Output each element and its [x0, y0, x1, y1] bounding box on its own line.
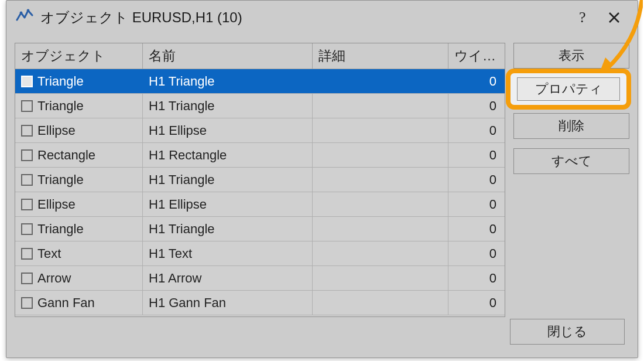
row-checkbox[interactable] — [21, 248, 33, 260]
object-label: Triangle — [37, 172, 84, 188]
object-label: Triangle — [37, 74, 84, 89]
cell-object: Text — [15, 241, 143, 265]
object-label: Arrow — [37, 271, 71, 286]
header-detail[interactable]: 詳細 — [313, 43, 448, 69]
show-button[interactable]: 表示 — [513, 43, 629, 69]
row-checkbox[interactable] — [21, 199, 33, 210]
cell-window: 0 — [448, 241, 505, 265]
object-label: Rectangle — [37, 148, 95, 163]
table-row[interactable]: EllipseH1 Ellipse0 — [15, 118, 505, 143]
row-checkbox[interactable] — [21, 174, 33, 186]
table-body: TriangleH1 Triangle0TriangleH1 Triangle0… — [15, 69, 505, 316]
cell-object: Triangle — [15, 94, 143, 118]
cell-window: 0 — [448, 266, 505, 290]
object-label: Triangle — [37, 98, 84, 114]
cell-name: H1 Triangle — [143, 168, 313, 192]
chart-icon — [16, 7, 33, 28]
help-button[interactable]: ? — [565, 6, 598, 29]
cell-object: Arrow — [15, 266, 143, 290]
cell-detail — [313, 217, 448, 241]
cell-window: 0 — [448, 217, 505, 241]
cell-detail — [313, 143, 448, 167]
table-row[interactable]: TriangleH1 Triangle0 — [15, 94, 505, 118]
table-row[interactable]: EllipseH1 Ellipse0 — [15, 192, 505, 217]
cell-object: Rectangle — [15, 143, 143, 167]
row-checkbox[interactable] — [21, 223, 33, 235]
header-name[interactable]: 名前 — [143, 43, 313, 69]
cell-name: H1 Triangle — [143, 217, 313, 241]
cell-name: H1 Rectangle — [143, 143, 313, 167]
table-header: オブジェクト 名前 詳細 ウイ… — [15, 43, 505, 69]
cell-window: 0 — [448, 168, 505, 192]
delete-button[interactable]: 削除 — [513, 113, 629, 139]
header-window[interactable]: ウイ… — [448, 43, 505, 69]
table-row[interactable]: ArrowH1 Arrow0 — [15, 266, 505, 291]
objects-table: オブジェクト 名前 詳細 ウイ… TriangleH1 Triangle0Tri… — [15, 43, 505, 317]
svg-point-1 — [20, 12, 23, 15]
window-title: オブジェクト EURUSD,H1 (10) — [40, 8, 565, 27]
cell-window: 0 — [448, 118, 505, 142]
cell-detail — [313, 192, 448, 216]
cell-object: Triangle — [15, 69, 143, 93]
close-button-wrap: 閉じる — [510, 319, 625, 345]
close-button[interactable]: 閉じる — [510, 319, 625, 345]
row-checkbox[interactable] — [21, 273, 33, 284]
cell-name: H1 Arrow — [143, 266, 313, 290]
object-label: Triangle — [37, 222, 84, 237]
cell-detail — [313, 291, 448, 315]
row-checkbox[interactable] — [21, 297, 33, 309]
objects-dialog: オブジェクト EURUSD,H1 (10) ? オブジェクト 名前 詳細 ウイ…… — [6, 0, 638, 358]
select-all-button[interactable]: すべて — [513, 148, 629, 174]
cell-window: 0 — [448, 94, 505, 118]
header-object[interactable]: オブジェクト — [15, 43, 143, 69]
object-label: Gann Fan — [37, 295, 95, 311]
cell-name: H1 Triangle — [143, 69, 313, 93]
row-checkbox[interactable] — [21, 100, 33, 112]
cell-object: Triangle — [15, 217, 143, 241]
table-row[interactable]: RectangleH1 Rectangle0 — [15, 143, 505, 168]
cell-name: H1 Gann Fan — [143, 291, 313, 315]
object-label: Ellipse — [37, 197, 76, 212]
svg-text:?: ? — [579, 9, 586, 26]
cell-window: 0 — [448, 291, 505, 315]
cell-window: 0 — [448, 143, 505, 167]
row-checkbox[interactable] — [21, 149, 33, 161]
cell-detail — [313, 168, 448, 192]
table-row[interactable]: TriangleH1 Triangle0 — [15, 168, 505, 192]
table-row[interactable]: TextH1 Text0 — [15, 241, 505, 266]
properties-button[interactable]: プロパティ — [517, 77, 620, 101]
cell-detail — [313, 241, 448, 265]
titlebar: オブジェクト EURUSD,H1 (10) ? — [6, 1, 638, 35]
svg-point-2 — [27, 9, 30, 12]
cell-detail — [313, 118, 448, 142]
row-checkbox[interactable] — [21, 125, 33, 137]
cell-object: Triangle — [15, 168, 143, 192]
table-row[interactable]: Gann FanH1 Gann Fan0 — [15, 291, 505, 315]
cell-window: 0 — [448, 69, 505, 93]
cell-name: H1 Ellipse — [143, 118, 313, 142]
close-window-button[interactable] — [598, 6, 631, 29]
row-checkbox[interactable] — [21, 76, 33, 87]
cell-detail — [313, 94, 448, 118]
cell-name: H1 Text — [143, 241, 313, 265]
cell-detail — [313, 69, 448, 93]
cell-detail — [313, 266, 448, 290]
cell-name: H1 Ellipse — [143, 192, 313, 216]
table-row[interactable]: TriangleH1 Triangle0 — [15, 217, 505, 241]
table-row[interactable]: TriangleH1 Triangle0 — [15, 69, 505, 94]
object-label: Ellipse — [37, 123, 76, 138]
cell-object: Gann Fan — [15, 291, 143, 315]
cell-object: Ellipse — [15, 192, 143, 216]
cell-window: 0 — [448, 192, 505, 216]
object-label: Text — [37, 246, 61, 261]
cell-name: H1 Triangle — [143, 94, 313, 118]
cell-object: Ellipse — [15, 118, 143, 142]
